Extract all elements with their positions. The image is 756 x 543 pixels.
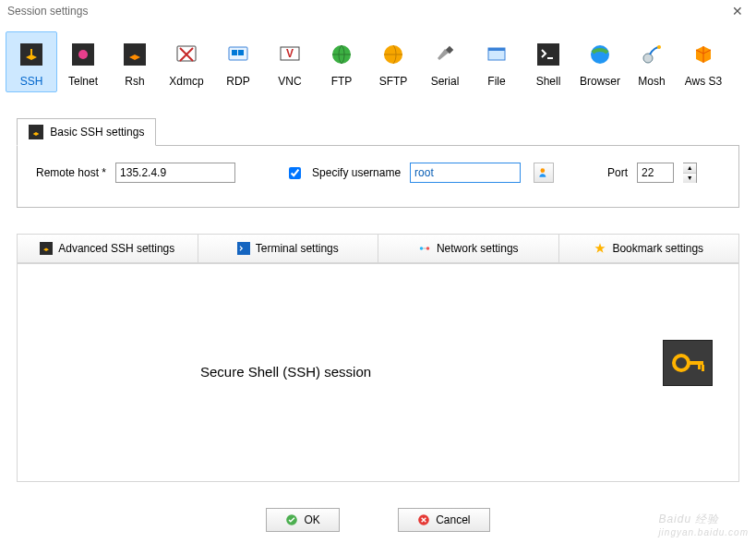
username-input[interactable] xyxy=(410,163,521,183)
serial-icon xyxy=(430,40,460,69)
ssh-key-icon xyxy=(663,340,713,386)
port-spinner[interactable]: ▲▼ xyxy=(683,163,697,183)
session-type-browser[interactable]: Browser xyxy=(574,31,626,92)
specify-username-checkbox[interactable] xyxy=(289,167,301,179)
svg-point-20 xyxy=(657,45,661,49)
wrench-icon xyxy=(29,125,43,139)
ok-button[interactable]: OK xyxy=(266,508,339,532)
xdmcp-icon xyxy=(172,40,201,69)
session-type-rsh[interactable]: Rsh xyxy=(109,31,161,92)
session-type-file[interactable]: File xyxy=(471,31,522,92)
remote-host-label: Remote host * xyxy=(36,166,106,179)
svg-point-3 xyxy=(78,50,88,59)
rsh-icon xyxy=(120,40,150,69)
rdp-icon xyxy=(223,40,253,69)
port-input[interactable] xyxy=(637,163,674,183)
cancel-button[interactable]: Cancel xyxy=(398,508,489,532)
svg-point-22 xyxy=(541,168,546,173)
svg-rect-7 xyxy=(232,50,237,55)
spin-up-icon[interactable]: ▲ xyxy=(683,163,696,174)
session-title: Secure Shell (SSH) session xyxy=(200,364,371,380)
tab-advanced-ssh[interactable]: Advanced SSH settings xyxy=(17,234,198,263)
ssh-icon xyxy=(17,40,46,69)
basic-settings-panel: Remote host * Specify username Port ▲▼ xyxy=(17,145,739,208)
network-icon xyxy=(418,242,431,255)
file-icon xyxy=(482,40,511,69)
settings-tabbar: Advanced SSH settings Terminal settings … xyxy=(17,234,739,264)
session-type-rdp[interactable]: RDP xyxy=(212,31,264,92)
cancel-icon xyxy=(417,513,430,526)
awss3-icon xyxy=(689,40,718,69)
titlebar: Session settings ✕ xyxy=(0,0,756,22)
browser-icon xyxy=(585,40,615,69)
session-type-label: SSH xyxy=(6,75,56,91)
session-type-ftp[interactable]: FTP xyxy=(316,31,367,92)
svg-rect-30 xyxy=(698,365,701,369)
star-icon xyxy=(594,242,606,255)
window-title: Session settings xyxy=(7,5,88,18)
svg-text:V: V xyxy=(286,47,294,60)
session-type-xdmcp[interactable]: Xdmcp xyxy=(161,31,212,92)
svg-rect-15 xyxy=(488,48,505,51)
specify-username-label: Specify username xyxy=(312,166,401,179)
session-type-ssh[interactable]: SSH xyxy=(6,31,57,92)
svg-rect-16 xyxy=(537,43,559,66)
svg-rect-31 xyxy=(702,365,704,371)
svg-rect-24 xyxy=(237,242,250,255)
telnet-icon xyxy=(68,40,98,69)
check-icon xyxy=(285,513,298,526)
tab-basic-label: Basic SSH settings xyxy=(50,126,144,139)
remote-host-input[interactable] xyxy=(115,163,235,183)
session-type-shell[interactable]: Shell xyxy=(522,31,574,92)
ftp-icon xyxy=(327,40,356,69)
session-type-mosh[interactable]: Mosh xyxy=(626,31,678,92)
spin-down-icon[interactable]: ▼ xyxy=(683,174,696,183)
session-content-panel: Secure Shell (SSH) session xyxy=(17,264,739,482)
dialog-buttons: OK Cancel xyxy=(0,508,756,532)
shell-icon xyxy=(534,40,563,69)
tab-bookmark[interactable]: Bookmark settings xyxy=(559,234,740,263)
wrench-icon xyxy=(40,242,53,255)
mosh-icon xyxy=(637,40,666,69)
session-type-telnet[interactable]: Telnet xyxy=(57,31,109,92)
close-icon[interactable]: ✕ xyxy=(726,2,749,20)
svg-rect-1 xyxy=(30,49,32,55)
svg-point-19 xyxy=(643,54,653,63)
port-label: Port xyxy=(607,166,628,179)
session-type-awss3[interactable]: Aws S3 xyxy=(678,31,729,92)
svg-rect-8 xyxy=(238,50,244,55)
tab-basic-ssh[interactable]: Basic SSH settings xyxy=(17,118,156,146)
svg-point-25 xyxy=(420,247,424,250)
terminal-icon xyxy=(237,242,250,255)
tab-terminal[interactable]: Terminal settings xyxy=(198,234,379,263)
svg-rect-29 xyxy=(687,361,703,365)
session-type-sftp[interactable]: SFTP xyxy=(367,31,419,92)
tab-network[interactable]: Network settings xyxy=(378,234,559,263)
svg-point-28 xyxy=(674,356,689,370)
session-type-vnc[interactable]: V VNC xyxy=(264,31,316,92)
vnc-icon: V xyxy=(275,40,305,69)
sftp-icon xyxy=(378,40,408,69)
session-type-serial[interactable]: Serial xyxy=(419,31,471,92)
svg-point-26 xyxy=(426,247,430,250)
user-picker-button[interactable] xyxy=(534,163,554,183)
session-type-toolbar: SSH Telnet Rsh Xdmcp RDP V VNC FTP SFTP … xyxy=(0,22,756,100)
